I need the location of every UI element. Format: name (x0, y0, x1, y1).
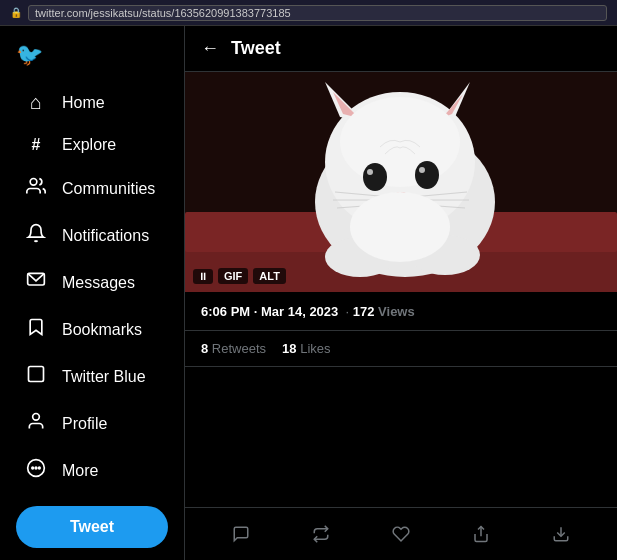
back-button[interactable]: ← (201, 38, 219, 59)
tweet-stats: 8 Retweets 18 Likes (185, 331, 617, 367)
more-icon (24, 458, 48, 483)
download-button[interactable] (543, 516, 579, 552)
sidebar-item-more[interactable]: More (8, 448, 176, 493)
tweet-button[interactable]: Tweet (16, 506, 168, 548)
media-controls: ⏸ GIF ALT (193, 268, 286, 284)
profile-icon (24, 411, 48, 436)
svg-point-20 (367, 169, 373, 175)
sidebar-item-home[interactable]: ⌂ Home (8, 81, 176, 124)
svg-point-6 (35, 467, 37, 469)
alt-badge[interactable]: ALT (253, 268, 286, 284)
lock-icon: 🔒 (10, 7, 22, 18)
sidebar-item-twitter-blue[interactable]: Twitter Blue (8, 354, 176, 399)
sidebar-item-label: More (62, 462, 98, 480)
sidebar: 🐦 ⌂ Home # Explore Communities (0, 26, 185, 560)
like-count[interactable]: 18 Likes (282, 341, 330, 356)
svg-point-21 (419, 167, 425, 173)
sidebar-item-label: Twitter Blue (62, 368, 146, 386)
cat-image (185, 72, 617, 292)
svg-point-0 (30, 179, 37, 186)
sidebar-item-label: Bookmarks (62, 321, 142, 339)
home-icon: ⌂ (24, 91, 48, 114)
comment-button[interactable] (223, 516, 259, 552)
tweet-timestamp: 6:06 PM · Mar 14, 2023 · 172 Views (201, 304, 415, 319)
svg-rect-2 (29, 367, 44, 382)
sidebar-item-profile[interactable]: Profile (8, 401, 176, 446)
svg-point-3 (33, 414, 40, 421)
svg-point-5 (32, 467, 34, 469)
svg-point-19 (415, 161, 439, 189)
sidebar-item-label: Profile (62, 415, 107, 433)
svg-point-7 (39, 467, 41, 469)
address-bar: 🔒 twitter.com/jessikatsu/status/16356209… (0, 0, 617, 26)
tweet-header: ← Tweet (185, 26, 617, 72)
tweet-meta: 6:06 PM · Mar 14, 2023 · 172 Views (185, 292, 617, 331)
sidebar-item-label: Notifications (62, 227, 149, 245)
svg-point-18 (363, 163, 387, 191)
bell-icon (24, 223, 48, 248)
sidebar-item-messages[interactable]: Messages (8, 260, 176, 305)
sidebar-item-label: Home (62, 94, 105, 112)
sidebar-item-label: Messages (62, 274, 135, 292)
sidebar-item-notifications[interactable]: Notifications (8, 213, 176, 258)
tweet-media: ⏸ GIF ALT (185, 72, 617, 292)
twitter-blue-icon (24, 364, 48, 389)
gif-badge: GIF (218, 268, 248, 284)
sidebar-item-label: Explore (62, 136, 116, 154)
sidebar-item-bookmarks[interactable]: Bookmarks (8, 307, 176, 352)
tweet-page-title: Tweet (231, 38, 281, 59)
twitter-logo[interactable]: 🐦 (0, 34, 184, 80)
messages-icon (24, 270, 48, 295)
sidebar-item-explore[interactable]: # Explore (8, 126, 176, 164)
sidebar-item-communities[interactable]: Communities (8, 166, 176, 211)
retweet-count[interactable]: 8 Retweets (201, 341, 266, 356)
sidebar-item-label: Communities (62, 180, 155, 198)
url-bar[interactable]: twitter.com/jessikatsu/status/1635620991… (28, 5, 607, 21)
explore-icon: # (24, 136, 48, 154)
retweet-button[interactable] (303, 516, 339, 552)
bookmark-icon (24, 317, 48, 342)
tweet-body: ⏸ GIF ALT 6:06 PM · Mar 14, 2023 · 172 V… (185, 72, 617, 507)
like-button[interactable] (383, 516, 419, 552)
play-pause-button[interactable]: ⏸ (193, 269, 213, 284)
main-content: ← Tweet (185, 26, 617, 560)
svg-point-31 (350, 192, 450, 262)
communities-icon (24, 176, 48, 201)
share-button[interactable] (463, 516, 499, 552)
tweet-actions (185, 507, 617, 560)
main-layout: 🐦 ⌂ Home # Explore Communities (0, 26, 617, 560)
